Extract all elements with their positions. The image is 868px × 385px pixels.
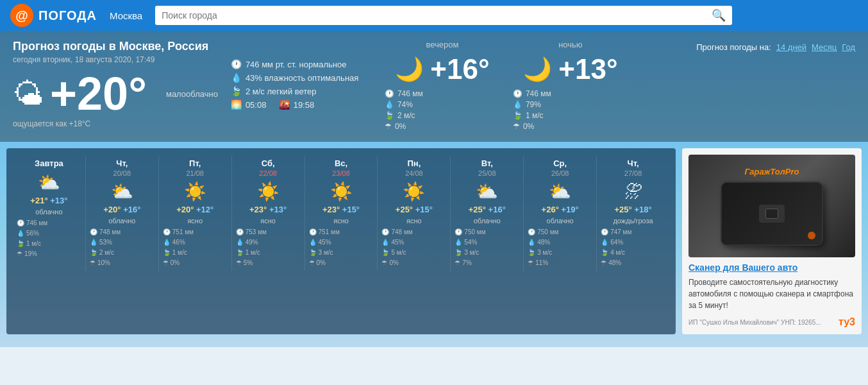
stat-precip-val: 0% (317, 258, 326, 268)
forecast-day[interactable]: Вс, 23/08 ☀️ +23° +15° ясно 🕐751 мм 💧45%… (305, 156, 378, 271)
day-temps: +25° +18° (601, 205, 665, 214)
main-area: Завтра ⛅ +21° +13° облачно 🕐746 мм 💧56% … (0, 142, 868, 341)
stat-humidity: 💧53% (90, 237, 154, 248)
forecast-day[interactable]: Пн, 24/08 ☀️ +25° +15° ясно 🕐748 мм 💧45%… (378, 156, 451, 271)
day-icon: ☀️ (381, 181, 446, 202)
stat-humidity-val: 45% (391, 237, 404, 248)
stat-precip-val: 0% (171, 258, 179, 268)
stat-wind: 🍃1 м/с (163, 248, 228, 258)
night-details: 🕐 746 мм 💧 79% 🍃 1 м/с ☂ 0% (513, 89, 628, 131)
day-icon: ⛈ (601, 181, 665, 202)
night-pressure: 746 мм (526, 89, 551, 98)
day-name: Вс, (309, 158, 374, 168)
day-stats: 🕐748 мм 💧45% 🍃5 м/с ☂0% (381, 227, 446, 268)
pressure-icon: 🕐 (236, 227, 244, 237)
stat-precip: ☂11% (528, 258, 592, 268)
stat-humidity: 💧64% (601, 237, 665, 248)
pressure-icon: 🕐 (90, 227, 97, 237)
forecast-day[interactable]: Чт, 27/08 ⛈ +25° +18° дождь/гроза 🕐747 м… (597, 156, 669, 271)
day-temp-lo: +16° (488, 205, 506, 214)
forecast-subtitle: сегодня вторник, 18 августа 2020, 17:49 (13, 55, 218, 64)
evening-humidity: 74% (397, 100, 413, 109)
forecast-day[interactable]: Вт, 25/08 ⛅ +25° +16° облачно 🕐750 мм 💧5… (451, 156, 524, 271)
search-input[interactable] (162, 10, 712, 21)
day-stats: 🕐748 мм 💧53% 🍃2 м/с ☂10% (90, 227, 154, 268)
day-stats: 🕐750 мм 💧48% 🍃3 м/с ☂11% (528, 227, 592, 268)
forecast-14-days-link[interactable]: 14 дней (776, 42, 806, 52)
forecast-year-link[interactable]: Год (842, 42, 855, 52)
pressure-text: 746 мм рт. ст. нормальное (246, 60, 347, 69)
forecast-day[interactable]: Завтра ⛅ +21° +13° облачно 🕐746 мм 💧56% … (13, 156, 86, 271)
forecast-day[interactable]: Сб, 22/08 ☀️ +23° +13° ясно 🕐753 мм 💧49%… (232, 156, 305, 271)
day-temp-hi: +25° (614, 205, 631, 214)
day-temp-lo: +13° (269, 205, 287, 214)
stat-humidity-val: 46% (172, 237, 185, 248)
evening-details: 🕐 746 мм 💧 74% 🍃 2 м/с ☂ 0% (385, 89, 500, 131)
night-precip-row: ☂ 0% (513, 122, 628, 131)
humidity-icon: 💧 (528, 237, 535, 248)
stat-precip-val: 5% (244, 258, 253, 268)
wind-detail: 🍃 2 м/с легкий ветер (231, 86, 372, 96)
evening-icon: 🌙 (395, 56, 424, 83)
humidity-icon: 💧 (236, 237, 244, 248)
day-date: 26/08 (528, 169, 592, 177)
day-icon: ☀️ (163, 181, 228, 202)
forecast-day[interactable]: Пт, 21/08 ☀️ +20° +12° ясно 🕐751 мм 💧46%… (159, 156, 232, 271)
forecast-table: Завтра ⛅ +21° +13° облачно 🕐746 мм 💧56% … (6, 148, 676, 334)
night-label: ночью (513, 40, 628, 49)
day-temps: +20° +12° (163, 205, 228, 214)
day-stats: 🕐751 мм 💧45% 🍃3 м/с ☂0% (309, 227, 374, 268)
day-temps: +20° +16° (90, 205, 154, 214)
evening-precip: 0% (395, 122, 406, 131)
ad-device-label: ГаражТолPro (721, 167, 823, 176)
day-temp-lo: +15° (415, 205, 433, 214)
wind-icon: 🍃 (17, 239, 24, 249)
pressure-icon: 🕐 (231, 59, 242, 69)
precip-icon: ☂ (381, 258, 387, 268)
precip-icon: ☂ (163, 258, 169, 268)
precip-icon: ☂ (309, 258, 315, 268)
stat-wind-val: 1 м/с (246, 248, 260, 258)
forecast-day[interactable]: Чт, 20/08 ⛅ +20° +16° облачно 🕐748 мм 💧5… (86, 156, 159, 271)
ad-title[interactable]: Сканер для Вашего авто (689, 262, 855, 273)
precip-icon: ☂ (17, 249, 22, 259)
stat-precip-val: 7% (462, 258, 471, 268)
stat-pressure-val: 748 мм (99, 227, 121, 237)
stat-precip-val: 19% (24, 249, 37, 259)
stat-precip-val: 10% (97, 258, 110, 268)
wind-icon: 🍃 (309, 248, 317, 258)
forecast-day[interactable]: Ср, 26/08 ⛅ +26° +19° облачно 🕐750 мм 💧4… (524, 156, 597, 271)
night-icon: 🌙 (523, 56, 552, 83)
feels-like: ощущается как +18°С (13, 119, 218, 128)
evening-pressure-icon: 🕐 (385, 89, 394, 98)
stat-humidity: 💧46% (163, 237, 228, 248)
stat-pressure: 🕐751 мм (163, 227, 228, 237)
stat-pressure-val: 747 мм (610, 227, 631, 237)
city-link[interactable]: Москва (110, 10, 142, 21)
pressure-detail: 🕐 746 мм рт. ст. нормальное (231, 59, 372, 69)
night-pressure-row: 🕐 746 мм (513, 89, 628, 98)
stat-pressure-val: 746 мм (26, 218, 47, 228)
stat-precip: ☂7% (455, 258, 519, 268)
humidity-icon: 💧 (381, 237, 389, 248)
current-weather-icon: 🌤 (13, 76, 44, 112)
humidity-icon: 💧 (17, 228, 24, 239)
stat-precip: ☂0% (163, 258, 228, 268)
forecast-month-link[interactable]: Месяц (812, 42, 837, 52)
day-condition: ясно (309, 217, 374, 225)
sunrise-icon: 🌅 (231, 99, 242, 110)
search-icon[interactable]: 🔍 (712, 8, 726, 22)
day-temp-lo: +18° (634, 205, 651, 214)
stat-humidity-val: 54% (464, 237, 477, 248)
day-condition: облачно (90, 217, 154, 225)
day-temps: +23° +15° (309, 205, 374, 214)
night-precip-icon: ☂ (513, 122, 520, 131)
day-date: 24/08 (381, 169, 446, 177)
stat-humidity-val: 45% (319, 237, 331, 248)
stat-precip: ☂10% (90, 258, 154, 268)
day-temp-lo: +13° (50, 196, 67, 205)
precip-icon: ☂ (90, 258, 96, 268)
day-name: Чт, (90, 158, 154, 168)
day-condition: облачно (528, 217, 592, 225)
stat-wind-val: 3 м/с (319, 248, 333, 258)
